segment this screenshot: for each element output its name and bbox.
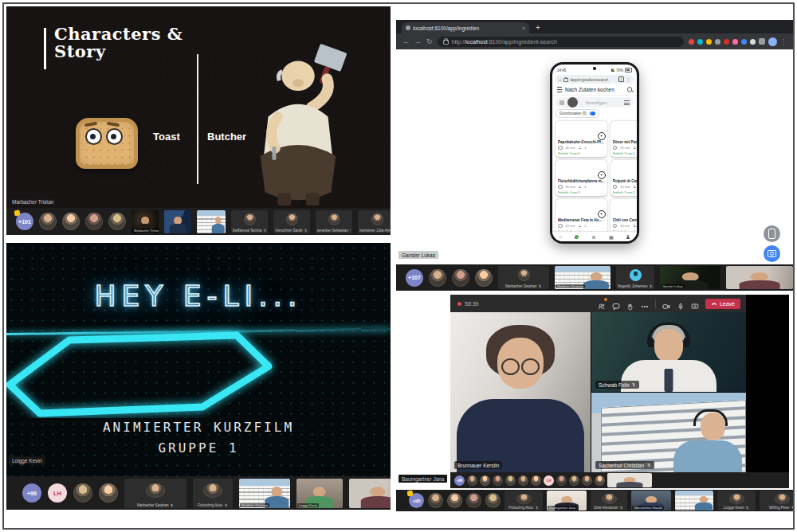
home-icon[interactable]: ⌂ <box>559 77 562 82</box>
recipe-card[interactable]: + Fleischbällchenpfanne m... 35 min4 Ent… <box>556 160 607 196</box>
browser-tab[interactable]: localhost:8100/app/ingredien × <box>402 22 529 33</box>
participant-avatar[interactable] <box>99 483 118 503</box>
overflow-count-badge[interactable]: +95 <box>409 493 424 508</box>
participant-video-tile[interactable]: Überwimmer Harald <box>631 491 671 510</box>
filter-icon[interactable] <box>624 100 630 105</box>
initials-avatar[interactable]: LH <box>48 483 67 503</box>
participant-tile[interactable]: Kerschner Sarah <box>273 210 310 233</box>
participant-avatar[interactable] <box>505 475 516 486</box>
extension-icon[interactable] <box>750 39 756 45</box>
participant-avatar[interactable] <box>452 269 469 287</box>
nav-settings-icon[interactable]: ⚙ <box>591 234 595 240</box>
phone-address-bar[interactable]: ⌂ /app/ingredientsearch 1 ⋮ <box>556 75 634 84</box>
participant-tile[interactable]: Marbacher Stephan <box>124 479 186 508</box>
tab-count-button[interactable]: 1 <box>618 76 625 83</box>
nav-home-icon[interactable]: ⌂ <box>559 234 562 239</box>
participant-avatar[interactable] <box>556 475 567 486</box>
participant-video-tile[interactable]: Marbacher Tristan <box>132 210 159 233</box>
participant-avatar[interactable] <box>480 475 490 486</box>
participant-avatar[interactable] <box>475 269 493 287</box>
forward-button[interactable]: → <box>414 38 422 45</box>
overflow-count-badge[interactable]: +101 <box>16 213 33 230</box>
video-tile-top-right[interactable]: Schwab Felix <box>591 312 746 392</box>
device-toolbar-button[interactable] <box>764 225 780 242</box>
participant-tile[interactable]: Marbacher Stephan <box>498 266 549 289</box>
share-screen-button[interactable] <box>691 299 699 307</box>
overflow-count-badge[interactable]: +107 <box>406 269 423 287</box>
participant-video-tile[interactable] <box>349 479 391 508</box>
participant-tile[interactable]: Frötschrig Alois <box>505 491 543 510</box>
participant-avatar[interactable] <box>62 213 80 230</box>
participant-tile[interactable]: Diek Alexander <box>591 491 627 510</box>
participant-avatar[interactable] <box>582 475 592 486</box>
extension-icon[interactable] <box>732 39 738 45</box>
mic-button[interactable] <box>677 299 685 307</box>
participant-video-tile[interactable]: Loigge Kevin <box>296 479 343 508</box>
participant-avatar[interactable] <box>518 475 528 486</box>
extension-icon[interactable] <box>689 39 694 45</box>
leave-button[interactable]: Leave <box>705 299 740 309</box>
participant-avatar[interactable] <box>466 493 481 508</box>
extension-icon[interactable] <box>697 39 703 45</box>
participant-video-tile[interactable] <box>726 266 793 289</box>
participant-avatar[interactable] <box>447 493 462 508</box>
participant-avatar[interactable] <box>108 213 126 230</box>
camera-button[interactable] <box>662 299 670 307</box>
extension-icon[interactable] <box>741 39 747 45</box>
participant-video-tile[interactable] <box>197 210 226 233</box>
screenshot-button[interactable] <box>764 245 780 262</box>
participant-avatar[interactable] <box>39 213 57 230</box>
recipe-card[interactable]: + Paprikahuhn-Gnocchi-Pf... 40 min4 Enth… <box>556 121 607 157</box>
video-tile-main[interactable]: Brunnauer Kerstin <box>450 312 591 472</box>
add-recipe-button[interactable]: + <box>598 132 606 140</box>
participant-video-tile[interactable] <box>164 210 191 233</box>
search-icon[interactable] <box>627 87 633 92</box>
participant-tile[interactable]: Speranber Sebastian <box>316 210 352 233</box>
address-bar[interactable]: http://localhost:8100/app/ingredient-sea… <box>438 37 684 47</box>
more-options-button[interactable] <box>641 299 649 307</box>
reload-button[interactable]: ↻ <box>426 38 433 45</box>
overflow-count-badge[interactable]: +99 <box>22 483 41 503</box>
participants-button[interactable] <box>598 299 606 307</box>
participant-avatar[interactable] <box>485 493 501 508</box>
back-button[interactable]: ← <box>402 38 410 45</box>
participant-tile[interactable]: Steffanova Tamina <box>231 210 268 233</box>
participant-avatar[interactable] <box>569 475 579 486</box>
video-tile-bottom-right[interactable]: Sacherhof Christian <box>591 393 746 472</box>
phone-menu-icon[interactable]: ⋮ <box>626 77 631 82</box>
close-tab-icon[interactable]: × <box>522 25 525 31</box>
ingredient-search-input[interactable]: hinzufügen <box>556 97 634 108</box>
participant-avatar[interactable] <box>493 475 503 486</box>
participant-video-tile[interactable] <box>607 473 652 487</box>
recipe-card[interactable]: + Döner mit Putenfleisch 25 min2 Enthält… <box>611 121 637 157</box>
participant-tile[interactable]: Wilfing Peter <box>760 491 793 510</box>
nav-profile-icon[interactable] <box>626 235 630 239</box>
nav-list-icon[interactable]: ▦ <box>609 234 614 240</box>
recipe-card[interactable]: + Mediterraner Feta in Ho... 20 min2 Ent… <box>556 199 607 235</box>
participant-video-tile[interactable]: Waldhörr Christian <box>555 266 611 289</box>
participant-video-tile[interactable]: Waldhörr Christian <box>239 479 290 508</box>
overflow-count-badge[interactable]: +96 <box>454 475 465 486</box>
extension-icon[interactable] <box>706 39 712 45</box>
nav-ingredients-icon[interactable] <box>575 235 579 239</box>
participant-video-tile[interactable]: Baumgartner Jana <box>547 491 587 510</box>
site-info-icon[interactable] <box>443 40 449 45</box>
extensions-puzzle-icon[interactable] <box>759 38 765 45</box>
participant-tile[interactable]: Frötschrig Alois <box>193 479 233 508</box>
raise-hand-button[interactable] <box>626 299 634 307</box>
browser-menu-icon[interactable]: ⋮ <box>780 38 787 45</box>
participant-avatar[interactable] <box>595 475 605 486</box>
basic-ingredients-chip[interactable]: Grundzutaten (5) <box>556 109 599 118</box>
recipe-card[interactable]: + Chili con Carne 40 min6 Enthält: 5 von… <box>611 199 637 235</box>
participant-video-tile[interactable]: Gansler Lukas <box>660 266 720 289</box>
chat-button[interactable] <box>612 299 620 307</box>
participant-video-tile[interactable] <box>675 491 713 510</box>
participant-avatar[interactable] <box>428 493 443 508</box>
extension-icon[interactable] <box>715 39 720 45</box>
extension-icon[interactable] <box>724 39 729 45</box>
initials-avatar[interactable]: LH <box>544 475 554 486</box>
toggle-switch[interactable] <box>589 111 595 115</box>
profile-avatar[interactable] <box>768 37 777 46</box>
participant-avatar[interactable] <box>467 475 477 486</box>
participant-avatar[interactable] <box>85 213 103 230</box>
